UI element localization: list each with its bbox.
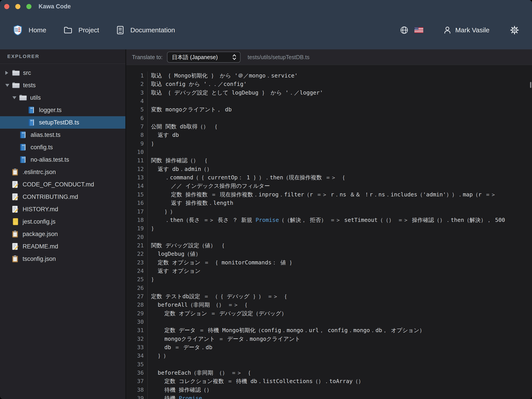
minimize-button[interactable] [15, 4, 20, 9]
code-line[interactable]: 定数 操作複数 ＝ 現在操作複数．inprog．filter（r ＝＞ r．ns… [148, 190, 532, 199]
app-window: Kawa Code Home [0, 0, 532, 399]
code-line[interactable]: mongoクライアント ＝ データ．mongoクライアント [148, 335, 532, 343]
code-line[interactable]: beforeAll（非同期 （） ＝＞ ｛ [148, 301, 532, 309]
user-menu[interactable]: Mark Vasile [443, 26, 489, 35]
code-line[interactable]: ｝） [148, 208, 532, 216]
vertical-scrollbar[interactable] [530, 82, 531, 88]
line-number: 35 [126, 360, 147, 369]
code-line[interactable] [148, 114, 532, 122]
tree-item-readme-md[interactable]: README.md [0, 240, 125, 253]
us-flag-icon[interactable] [414, 27, 424, 33]
memo-icon [12, 193, 20, 201]
ledger-icon [12, 218, 20, 225]
tree-item-logger-ts[interactable]: logger.ts [0, 104, 125, 116]
code-line[interactable]: 待機 操作確認（） [148, 386, 532, 394]
line-number: 16 [126, 199, 147, 207]
code-line[interactable]: 取込 ｛ Mongo初期化 ｝ から '＠／mongo．service' [148, 71, 532, 80]
tree-item-jest-config-js[interactable]: jest.config.js [0, 215, 125, 228]
code-token: ／／ インデックス操作用のフィルター [151, 183, 270, 189]
tree-item-utils[interactable]: utils [0, 91, 125, 104]
code-line[interactable]: 関数 操作確認（） ｛ [148, 156, 532, 165]
code-line[interactable]: 定数 オプション ＝ ｛ monitorCommands： 値 ｝ [148, 258, 532, 267]
line-number: 9 [126, 139, 147, 148]
code-line[interactable]: 返す 操作複数．length [148, 199, 532, 207]
code-line[interactable] [148, 148, 532, 156]
language-select[interactable]: 日本語 (Japanese) [167, 52, 241, 63]
code-line[interactable] [148, 233, 532, 241]
line-number: 19 [126, 224, 147, 233]
tree-item-src[interactable]: src [0, 67, 125, 79]
code-line[interactable]: 返す db．admin（） [148, 165, 532, 173]
tree-item-label: jest.config.js [23, 218, 56, 225]
code-line[interactable]: ．command（｛ currentOp： 1 ｝）．then（現在操作複数 ＝… [148, 173, 532, 182]
code-line[interactable]: beforeEach（非同期 （） ＝＞ ｛ [148, 369, 532, 377]
code-token: 待機 操作確認（） [151, 386, 212, 393]
code-token: 定数 操作複数 ＝ 現在操作複数．inprog．filter（r ＝＞ r．ns… [151, 191, 496, 198]
code-line[interactable] [148, 360, 532, 369]
code-line[interactable]: ．then（長さ ＝＞ 長さ ？ 新規 Promise（（解決， 拒否） ＝＞ … [148, 216, 532, 224]
memo-icon [12, 243, 20, 250]
line-number: 32 [126, 335, 147, 343]
tree-item-setuptestdb-ts[interactable]: setupTestDB.ts [0, 116, 125, 129]
code-token: beforeEach（非同期 （） ＝＞ ｛ [151, 370, 251, 376]
code-line[interactable]: ｝ [148, 139, 532, 148]
code-token: 取込 ｛ Mongo初期化 ｝ から '＠／mongo．service' [151, 72, 298, 79]
code-line[interactable]: 取込 config から '．．／config' [148, 80, 532, 88]
chevron-right-icon[interactable] [5, 71, 12, 75]
nav-item-documentation[interactable]: Documentation [116, 26, 175, 35]
code-line[interactable]: 変数 mongoクライアント， db [148, 105, 532, 114]
tree-item-code-of-conduct-md[interactable]: CODE_OF_CONDUCT.md [0, 178, 125, 191]
code-line[interactable]: 公開 関数 db取得（） ｛ [148, 122, 532, 131]
explorer-header: EXPLORER [0, 49, 125, 64]
line-number: 26 [126, 284, 147, 292]
tree-item-no-alias-test-ts[interactable]: no-alias.test.ts [0, 153, 125, 166]
code-line[interactable] [148, 318, 532, 326]
code-line[interactable]: ｝） [148, 352, 532, 360]
code-area[interactable]: 1234567891011121314151617181920212223242… [126, 65, 532, 399]
code-line[interactable]: 返す オプション [148, 267, 532, 275]
code-line[interactable]: 定数 オプション ＝ デバッグ設定（デバッグ） [148, 309, 532, 318]
code-line[interactable] [148, 284, 532, 292]
line-number: 5 [126, 105, 147, 114]
code-line[interactable]: ｝ [148, 224, 532, 233]
code-token: ．command（｛ currentOp： 1 ｝）．then（現在操作複数 ＝… [151, 174, 345, 181]
code-line[interactable]: ｝ [148, 275, 532, 284]
tree-item-history-md[interactable]: HISTORY.md [0, 203, 125, 215]
line-number: 12 [126, 165, 147, 173]
chevron-down-icon[interactable] [13, 96, 19, 99]
code-line[interactable]: logDebug（値） [148, 250, 532, 258]
code-token: 返す オプション [151, 268, 201, 274]
code-line[interactable] [148, 97, 532, 105]
tree-item-tsconfig-json[interactable]: tsconfig.json [0, 253, 125, 265]
code-token: 返す db [151, 132, 179, 138]
tree-item-tests[interactable]: tests [0, 79, 125, 91]
nav-item-home[interactable]: Home [13, 25, 46, 35]
tree-item-package-json[interactable]: package.json [0, 228, 125, 240]
tree-item-contributing-md[interactable]: CONTRIBUTING.md [0, 191, 125, 203]
code-line[interactable]: 返す db [148, 131, 532, 139]
code-line[interactable]: ／／ インデックス操作用のフィルター [148, 182, 532, 190]
gear-icon[interactable] [510, 25, 519, 35]
tree-item--eslintrc-json[interactable]: .eslintrc.json [0, 166, 125, 178]
tree-item-config-ts[interactable]: config.ts [0, 141, 125, 153]
memo-icon [12, 205, 20, 213]
code-line[interactable]: db ＝ データ．db [148, 343, 532, 352]
globe-icon[interactable] [400, 26, 408, 34]
code-line[interactable]: 待機 Promise [148, 394, 532, 399]
code-line[interactable]: 取込 ｛ デバッグ設定 として logDebug ｝ から '．／logger' [148, 89, 532, 97]
code-line[interactable]: 定数 テストdb設定 ＝ （｛ デバッグ ｝） ＝＞ ｛ [148, 292, 532, 301]
code-token: 返す 操作複数．length [151, 200, 233, 206]
code-line[interactable]: 定数 コレクション複数 ＝ 待機 db．listCollections（）．to… [148, 377, 532, 386]
code-token: 定数 オプション ＝ ｛ monitorCommands： 値 ｝ [151, 259, 295, 266]
line-number: 14 [126, 182, 147, 190]
zoom-button[interactable] [26, 4, 32, 9]
tree-item-alias-test-ts[interactable]: alias.test.ts [0, 129, 125, 141]
code-token: beforeAll（非同期 （） ＝＞ ｛ [151, 302, 248, 308]
close-button[interactable] [4, 4, 9, 9]
code-line[interactable]: 関数 デバッグ設定（値） ｛ [148, 241, 532, 250]
tree-item-label: setupTestDB.ts [39, 119, 79, 126]
code-token: 返す db．admin（） [151, 166, 212, 172]
code-line[interactable]: 定数 データ ＝ 待機 Mongo初期化（config．mongo．url， c… [148, 326, 532, 335]
nav-item-project[interactable]: Project [63, 26, 99, 34]
chevron-down-icon[interactable] [5, 84, 12, 87]
